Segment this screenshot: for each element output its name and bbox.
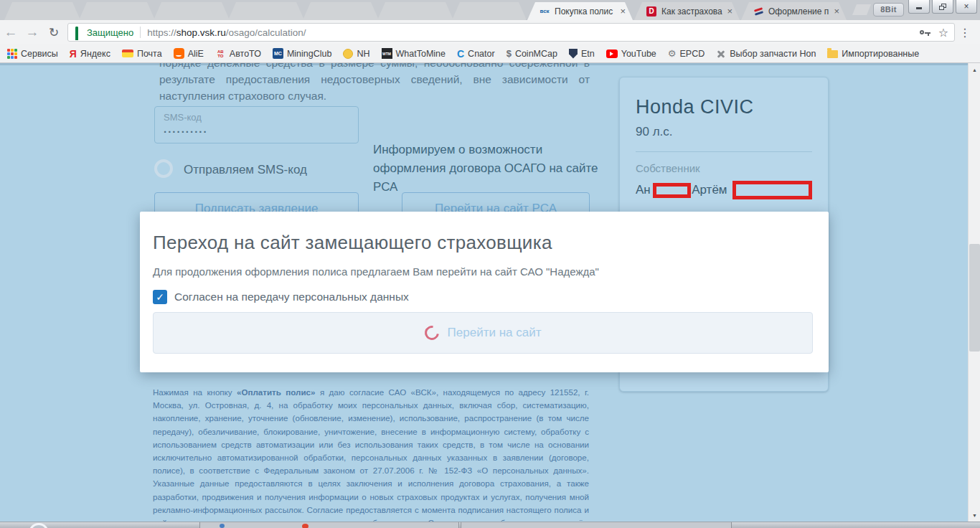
sms-code-field[interactable]: SMS-код ..........	[154, 106, 359, 143]
rsa-info-text: Информируем о возможности оформления дог…	[373, 141, 599, 197]
bookmark-aliexpress[interactable]: AliE	[174, 48, 204, 59]
loading-spinner-icon	[422, 323, 442, 343]
owner-label: Собственник	[636, 162, 812, 174]
password-key-icon[interactable]	[920, 27, 931, 38]
apps-grid-icon	[7, 49, 17, 59]
tab-how-to-insure[interactable]: D Как застрахова ×	[634, 2, 740, 20]
window-controls: ×	[906, 0, 977, 14]
tab-registration[interactable]: Оформление п ×	[741, 2, 847, 20]
security-label[interactable]: Защищено	[87, 27, 133, 38]
redirect-modal: Переход на сайт замещающего страховщика …	[140, 212, 829, 372]
legal-text: Нажимая на кнопку	[153, 387, 237, 397]
forward-icon[interactable]: →	[22, 24, 43, 40]
tab-unlabeled[interactable]	[79, 2, 155, 20]
dollar-icon: $	[507, 48, 512, 59]
tab-title: Как застрахова	[661, 6, 722, 16]
profile-badge[interactable]: 8Bit	[873, 3, 904, 16]
whattomine-icon: WTM	[382, 48, 392, 59]
address-bar[interactable]: Защищено https://shop.vsk.ru/osago/calcu…	[67, 23, 955, 42]
bookmark-miningclub[interactable]: MC MiningClub	[273, 48, 332, 59]
bookmark-label: EPCD	[679, 49, 705, 59]
divider	[636, 151, 812, 152]
taskbar-button[interactable]	[461, 522, 732, 528]
close-tab-icon[interactable]: ×	[834, 6, 839, 16]
vsk-favicon: вск	[539, 6, 550, 17]
modal-title: Переход на сайт замещающего страховщика	[153, 232, 813, 254]
taskbar-button[interactable]	[199, 522, 459, 528]
clause-paragraph: порядке денежные средства в размере сумм…	[159, 63, 590, 104]
avtoto-icon: АВТО	[215, 50, 226, 58]
mail-envelope-icon	[122, 50, 133, 57]
url-path: /osago/calculation/	[226, 27, 306, 38]
bookmark-cnator[interactable]: C Cnator	[457, 48, 495, 60]
yandex-icon: Я	[70, 48, 77, 60]
tools-icon	[716, 49, 726, 59]
legal-bold-text: «Оплатить полис»	[237, 387, 315, 397]
start-orb-icon[interactable]	[29, 523, 49, 528]
reload-icon[interactable]: ↻	[43, 25, 65, 40]
owner-name-row: Ан Артём	[636, 181, 812, 199]
redaction-box	[653, 183, 691, 198]
tab-unlabeled[interactable]	[4, 2, 80, 20]
bookmark-etn[interactable]: Etn	[569, 49, 595, 59]
minimize-button[interactable]	[908, 0, 930, 14]
car-power: 90 л.с.	[636, 125, 812, 139]
browser-window: вск Покупка полис × D Как застрахова × О…	[0, 0, 980, 528]
close-tab-icon[interactable]: ×	[620, 6, 626, 16]
consent-label: Согласен на передачу персональных данных	[174, 291, 409, 303]
tab-strip: вск Покупка полис × D Как застрахова × О…	[0, 0, 980, 20]
windows-taskbar[interactable]	[0, 522, 980, 528]
sms-code-value: ..........	[164, 123, 208, 135]
scroll-down-icon[interactable]: ▼	[969, 509, 980, 521]
back-icon[interactable]: ←	[0, 24, 22, 40]
bookmark-parts-picker[interactable]: Выбор запчасти Hon	[716, 49, 816, 59]
scroll-up-icon[interactable]: ▲	[969, 64, 980, 75]
consent-row: ✓ Согласен на передачу персональных данн…	[153, 290, 813, 304]
tab-unlabeled[interactable]	[377, 2, 453, 20]
new-tab-button[interactable]	[852, 4, 871, 15]
bookmark-yandex[interactable]: Я Яндекс	[70, 48, 110, 60]
scrollbar-thumb[interactable]	[969, 244, 980, 352]
bookmark-label: Яндекс	[80, 49, 110, 59]
page-scrollbar[interactable]: ▲ ▼	[968, 63, 980, 522]
bookmarks-bar: Сервисы Я Яндекс Почта AliE АВТО АвтоТО …	[0, 44, 980, 63]
chrome-menu-icon[interactable]: ⋮	[955, 26, 975, 39]
bookmark-label: АвтоТО	[230, 49, 261, 59]
shield-icon	[569, 49, 578, 59]
youtube-icon	[606, 50, 618, 58]
bookmark-label: MiningClub	[287, 49, 332, 59]
sms-code-label: SMS-код	[164, 112, 202, 123]
tab-unlabeled[interactable]	[154, 2, 230, 20]
go-to-site-button[interactable]: Перейти на сайт	[153, 312, 813, 354]
bookmark-label: Импортированные	[842, 49, 919, 59]
drom-favicon: D	[646, 6, 657, 17]
tab-vsk-purchase[interactable]: вск Покупка полис ×	[527, 2, 633, 20]
bookmark-coinmcap[interactable]: $ CoinMCap	[507, 48, 557, 59]
consent-checkbox[interactable]: ✓	[153, 290, 167, 304]
close-tab-icon[interactable]: ×	[727, 6, 732, 16]
url-text[interactable]: https://shop.vsk.ru/osago/calculation/	[147, 27, 919, 38]
bookmark-mail[interactable]: Почта	[122, 49, 162, 59]
sending-sms-label: Отправляем SMS-код	[184, 163, 307, 177]
omnibox-divider	[140, 27, 141, 38]
tab-unlabeled[interactable]	[303, 2, 379, 20]
bookmark-youtube[interactable]: YouTube	[606, 49, 656, 59]
bookmark-label: Почта	[137, 49, 162, 59]
gear-icon: ⚙	[668, 48, 677, 59]
bookmark-avtoto[interactable]: АВТО АвтоТО	[215, 49, 261, 59]
tab-unlabeled[interactable]	[228, 2, 304, 20]
bookmark-whattomine[interactable]: WTM WhatToMine	[382, 48, 446, 59]
bookmark-label: NH	[357, 49, 369, 59]
close-button[interactable]: ×	[956, 0, 977, 14]
redaction-box	[732, 181, 812, 199]
bookmark-imported-folder[interactable]: Импортированные	[827, 49, 919, 59]
restore-button[interactable]	[932, 0, 953, 14]
tab-unlabeled[interactable]	[452, 2, 527, 20]
bookmark-apps[interactable]: Сервисы	[7, 49, 58, 59]
bookmark-star-icon[interactable]: ☆	[938, 26, 948, 39]
bookmark-epcd[interactable]: ⚙ EPCD	[668, 48, 705, 59]
car-title: Honda CIVIC	[636, 96, 812, 118]
tab-title: Оформление п	[768, 6, 829, 16]
bookmark-nicehash[interactable]: NH	[343, 49, 369, 59]
url-host: shop.vsk.ru	[176, 27, 226, 38]
